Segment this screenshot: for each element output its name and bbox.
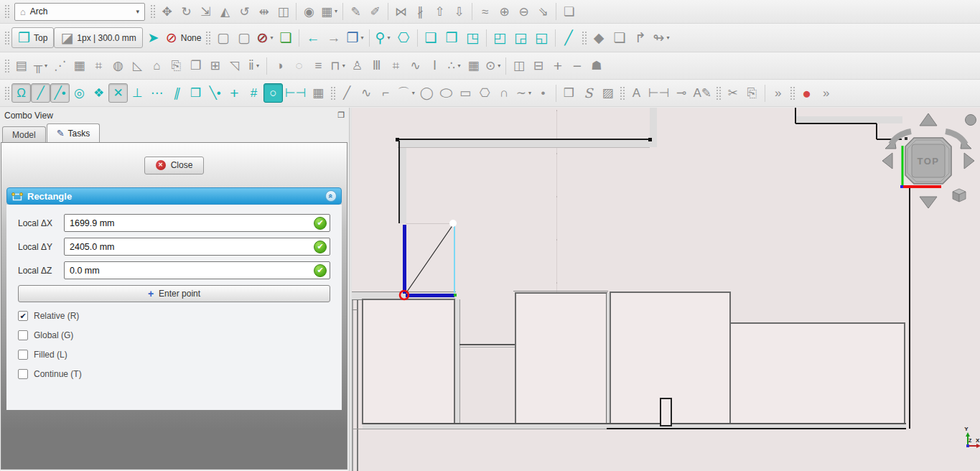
upgrade-icon[interactable]: ⇧ xyxy=(430,2,449,22)
draft-circle-icon[interactable]: ◯ xyxy=(417,83,437,103)
annotation-styles-icon[interactable]: A✎ xyxy=(691,83,714,103)
copy-icon[interactable]: ⎘ xyxy=(742,83,762,103)
close-button[interactable]: ✕ Close xyxy=(144,157,205,174)
nav-sphere-icon[interactable] xyxy=(966,115,976,126)
arch-roof-icon[interactable]: ◹ xyxy=(225,56,244,75)
snap-extension-icon[interactable]: ⋯ xyxy=(147,83,167,103)
apply-style-icon[interactable]: ➤ xyxy=(143,27,164,48)
arch-sectionplane-icon[interactable]: ◌ xyxy=(289,56,309,75)
scale-icon[interactable]: ⇲ xyxy=(196,2,215,22)
arch-pipe-icon[interactable]: ⊙ xyxy=(483,56,503,75)
3d-viewport[interactable]: TOP Y X Z xyxy=(352,108,980,471)
toolbar-overflow-icon[interactable]: » xyxy=(768,83,788,103)
view-left-icon[interactable]: ◱ xyxy=(531,27,552,48)
view-right-icon[interactable]: ◳ xyxy=(462,27,483,48)
mirror-icon[interactable]: ◭ xyxy=(215,2,235,22)
draft-point-icon[interactable]: • xyxy=(533,83,553,103)
snap-midpoint-icon[interactable]: ╱• xyxy=(50,83,70,103)
rectangle-section-header[interactable]: Rectangle « xyxy=(6,187,342,205)
offset-icon[interactable]: ↺ xyxy=(235,2,254,22)
workbench-selector[interactable]: ⌂ Arch ▾ xyxy=(14,3,145,21)
nav-arrow-left-icon[interactable] xyxy=(882,153,892,169)
select-bbox-icon[interactable]: ▢ xyxy=(213,27,233,48)
draft-wire-icon[interactable]: ∿ xyxy=(357,83,376,103)
view-rear-icon[interactable]: ◰ xyxy=(490,27,510,48)
arch-slab-icon[interactable]: ◺ xyxy=(128,56,147,75)
measure-icon[interactable]: ╱ xyxy=(559,27,579,48)
draft-polygon-icon[interactable]: ⎔ xyxy=(475,83,495,103)
float-panel-icon[interactable]: ❐ xyxy=(337,111,345,120)
arch-multimaterial-icon[interactable]: ⋰ xyxy=(50,56,70,75)
view-front-icon[interactable]: ❑ xyxy=(421,27,442,48)
arch-schedule-icon[interactable]: ▦ xyxy=(464,56,483,75)
draft-line-icon[interactable]: ╱ xyxy=(337,83,357,103)
arch-axis-icon[interactable]: ◑ xyxy=(270,56,289,75)
snap-dimensions-icon[interactable]: ⊢⊣ xyxy=(283,83,309,103)
arch-structure-icon[interactable]: ╥ xyxy=(31,56,50,75)
arch-remove-icon[interactable]: − xyxy=(567,56,587,75)
navigation-cube[interactable]: TOP xyxy=(882,113,976,208)
checkbox[interactable] xyxy=(18,330,28,340)
cut-line-icon[interactable]: ⊟ xyxy=(528,56,548,75)
draft-rectangle-icon[interactable]: ▭ xyxy=(456,83,475,103)
snap-perpendicular-icon[interactable]: ⊥ xyxy=(128,83,147,103)
draft-ellipse-icon[interactable]: ◯ xyxy=(437,83,456,103)
export-icon[interactable]: ↱ xyxy=(630,27,651,48)
clipping-off-icon[interactable]: ⊘ xyxy=(254,27,275,48)
draft-hatch-icon[interactable]: ▨ xyxy=(598,83,617,103)
snap-ortho-icon[interactable]: + xyxy=(225,83,244,103)
select-element-icon[interactable]: ▢ xyxy=(233,27,254,48)
tab-tasks[interactable]: ✎Tasks xyxy=(47,123,101,142)
arch-fence-icon[interactable]: ⌗ xyxy=(386,56,406,75)
view-group-icon[interactable]: ❐ xyxy=(344,27,365,48)
nav-forward-icon[interactable]: → xyxy=(323,27,344,48)
checkbox[interactable]: ✔ xyxy=(18,311,28,321)
downgrade-icon[interactable]: ⇩ xyxy=(449,2,469,22)
join-icon[interactable]: ⋈ xyxy=(391,2,411,22)
nav-arrow-right-icon[interactable] xyxy=(964,153,974,169)
arch-project-icon[interactable]: ◍ xyxy=(108,56,128,75)
snap-parallel-icon[interactable]: ∥ xyxy=(167,83,186,103)
view-top-button[interactable]: ❒Top xyxy=(11,27,54,48)
snap-endpoint-icon[interactable]: ╱ xyxy=(31,83,50,103)
shape-2d-view-icon[interactable]: ❏ xyxy=(559,2,579,22)
arch-fittings-icon[interactable]: ∴ xyxy=(444,56,464,75)
nav-mini-cube-icon[interactable] xyxy=(953,189,966,202)
arch-window-icon[interactable]: ⊞ xyxy=(205,56,225,75)
arch-equipment-icon[interactable]: ♙ xyxy=(347,56,367,75)
field-input[interactable]: 0.0 mm ✔ xyxy=(64,261,330,279)
pick-cube-icon[interactable]: ❏ xyxy=(275,27,296,48)
draft-facebinder-icon[interactable]: ❒ xyxy=(559,83,579,103)
share-icon[interactable]: ↬ xyxy=(651,27,672,48)
move-icon[interactable]: ✥ xyxy=(157,2,177,22)
arch-wall-icon[interactable]: ▤ xyxy=(11,56,31,75)
arch-column-grid-icon[interactable]: Ⅲ xyxy=(367,56,386,75)
part-icon[interactable]: ◆ xyxy=(589,27,610,48)
cut-plane-icon[interactable]: ◫ xyxy=(509,56,528,75)
draft-text-icon[interactable]: A xyxy=(627,83,646,103)
arch-drawing-view-icon[interactable]: ❐ xyxy=(186,56,205,75)
arch-stairs-icon[interactable]: ≡ xyxy=(309,56,328,75)
draft-dimension-icon[interactable]: ⊢⊣ xyxy=(646,83,672,103)
snap-grid-icon[interactable]: # xyxy=(244,83,263,103)
nav-arrow-down-icon[interactable] xyxy=(920,197,937,208)
clone-icon[interactable]: ◉ xyxy=(299,2,319,22)
arch-survey-icon[interactable]: ☗ xyxy=(587,56,606,75)
field-input[interactable]: 1699.9 mm ✔ xyxy=(64,214,330,232)
arch-curtainwall-icon[interactable]: ▦ xyxy=(70,56,89,75)
collapse-section-icon[interactable]: « xyxy=(325,190,337,202)
checkbox[interactable] xyxy=(18,369,28,379)
line-style-button[interactable]: ◪1px | 300.0 mm xyxy=(54,27,142,48)
arch-truss-icon[interactable]: ∿ xyxy=(406,56,425,75)
snap-lock-icon[interactable]: Ω xyxy=(11,83,31,103)
checkbox[interactable] xyxy=(18,350,28,360)
remove-point-icon[interactable]: ⊖ xyxy=(514,2,533,22)
slope-icon[interactable]: ⇘ xyxy=(533,2,553,22)
zoom-icon[interactable]: ⚲ xyxy=(373,27,393,48)
draft-shapestring-icon[interactable]: S xyxy=(579,83,598,103)
tab-model[interactable]: Model xyxy=(2,126,46,142)
draft-bezier-icon[interactable]: ∼ xyxy=(514,83,533,103)
axonometric-view-icon[interactable]: ⎔ xyxy=(393,27,414,48)
arch-opening-icon[interactable]: ⊓ xyxy=(328,56,347,75)
field-input[interactable]: 2405.0 mm ✔ xyxy=(64,238,330,256)
